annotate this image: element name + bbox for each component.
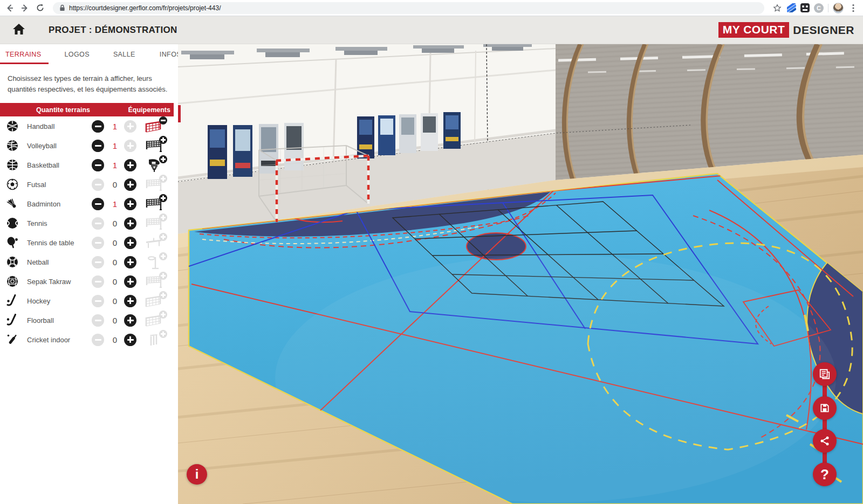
increase-tennis-de-table-button[interactable] bbox=[124, 237, 136, 249]
quantity-value: 0 bbox=[106, 296, 124, 306]
floorball-stick-icon bbox=[5, 313, 19, 327]
project-summary-button[interactable] bbox=[813, 362, 837, 386]
equipment-toggle-floorball[interactable] bbox=[145, 312, 166, 328]
sport-label: Tennis bbox=[27, 219, 92, 227]
court-3d-viewport[interactable]: ? i bbox=[178, 44, 863, 504]
forward-arrow-icon bbox=[20, 4, 29, 12]
tab-salle[interactable]: SALLE bbox=[113, 45, 135, 64]
sport-row-futsal: Futsal 0 bbox=[0, 175, 178, 194]
quantity-value: 0 bbox=[106, 277, 124, 286]
browser-profile-avatar[interactable] bbox=[833, 3, 844, 13]
share-icon bbox=[819, 436, 830, 446]
increase-tennis-button[interactable] bbox=[124, 217, 136, 230]
equipment-toggle-volleyball[interactable] bbox=[145, 137, 166, 154]
netball-ball-icon bbox=[5, 255, 19, 269]
decrease-floorball-button[interactable] bbox=[92, 314, 104, 327]
decrease-hockey-button[interactable] bbox=[92, 295, 104, 307]
quantity-value: 0 bbox=[106, 316, 124, 325]
tab-logos[interactable]: LOGOS bbox=[64, 45, 89, 64]
equipment-toggle-basketball[interactable] bbox=[145, 157, 166, 173]
home-icon bbox=[12, 23, 26, 36]
equipment-toggle-badminton[interactable] bbox=[145, 196, 166, 212]
toolbar-divider bbox=[828, 4, 828, 12]
add-equipment-badge-icon bbox=[159, 252, 167, 260]
page: https://courtdesigner.gerflor.com/fr/pro… bbox=[0, 0, 863, 504]
bookmark-star-button[interactable] bbox=[772, 3, 783, 13]
shuttlecock-icon bbox=[5, 197, 19, 211]
decrease-netball-button[interactable] bbox=[92, 256, 104, 268]
browser-reload-button[interactable] bbox=[35, 3, 45, 13]
equipment-toggle-netball[interactable] bbox=[145, 254, 166, 270]
increase-hockey-button[interactable] bbox=[124, 295, 136, 307]
tab-terrains[interactable]: TERRAINS bbox=[5, 45, 41, 64]
increase-cricket-indoor-button[interactable] bbox=[124, 334, 136, 346]
browser-toolbar: https://courtdesigner.gerflor.com/fr/pro… bbox=[0, 0, 863, 16]
quantity-value: 0 bbox=[106, 258, 124, 267]
decrease-handball-button[interactable] bbox=[92, 120, 104, 133]
increase-volleyball-button[interactable] bbox=[124, 140, 136, 152]
add-equipment-badge-icon bbox=[159, 330, 167, 338]
tab-bar: TERRAINS LOGOS SALLE INFOS bbox=[0, 44, 178, 64]
volleyball-ball-icon bbox=[5, 139, 19, 153]
sidebar: TERRAINS LOGOS SALLE INFOS Choisissez le… bbox=[0, 44, 178, 504]
increase-basketball-button[interactable] bbox=[124, 159, 136, 171]
equipment-toggle-tennis-de-table[interactable] bbox=[145, 234, 166, 251]
add-equipment-badge-icon bbox=[159, 175, 167, 183]
decrease-volleyball-button[interactable] bbox=[92, 140, 104, 152]
document-icon bbox=[819, 368, 831, 380]
decrease-futsal-button[interactable] bbox=[92, 178, 104, 191]
equipment-toggle-cricket-indoor[interactable] bbox=[145, 332, 166, 348]
increase-sepak-takraw-button[interactable] bbox=[124, 275, 136, 288]
equipment-toggle-hockey[interactable] bbox=[145, 293, 166, 309]
increase-badminton-button[interactable] bbox=[124, 198, 136, 210]
browser-forward-button[interactable] bbox=[19, 3, 30, 13]
sport-label: Cricket indoor bbox=[27, 336, 92, 344]
add-equipment-badge-icon bbox=[159, 213, 167, 222]
basketball-ball-icon bbox=[5, 158, 19, 172]
sports-list: Handball 1 Volleyball 1 Basketball 1 Fut… bbox=[0, 116, 178, 349]
address-bar[interactable]: https://courtdesigner.gerflor.com/fr/pro… bbox=[53, 2, 764, 14]
brand-logo: MY COURT DESIGNER bbox=[718, 22, 854, 38]
quantity-value: 1 bbox=[106, 122, 124, 131]
add-equipment-badge-icon bbox=[159, 155, 167, 163]
question-icon: ? bbox=[820, 466, 829, 483]
star-icon bbox=[773, 4, 782, 12]
share-button[interactable] bbox=[813, 429, 837, 453]
extension-icon[interactable] bbox=[800, 3, 810, 12]
sport-label: Hockey bbox=[27, 297, 92, 305]
decrease-tennis-button[interactable] bbox=[92, 217, 104, 230]
decrease-cricket-indoor-button[interactable] bbox=[92, 334, 104, 346]
sport-row-tennis: Tennis 0 bbox=[0, 213, 178, 233]
increase-floorball-button[interactable] bbox=[124, 314, 136, 327]
sport-row-floorball: Floorball 0 bbox=[0, 310, 178, 330]
decrease-tennis-de-table-button[interactable] bbox=[92, 237, 104, 249]
sport-row-tennis-de-table: Tennis de table 0 bbox=[0, 233, 178, 252]
decrease-basketball-button[interactable] bbox=[92, 159, 104, 171]
quantity-value: 0 bbox=[106, 219, 124, 228]
increase-futsal-button[interactable] bbox=[124, 178, 136, 191]
equipment-toggle-sepak-takraw[interactable] bbox=[145, 273, 166, 289]
browser-menu-button[interactable] bbox=[848, 3, 859, 13]
equipment-toggle-tennis[interactable] bbox=[145, 215, 166, 231]
extension-icon[interactable] bbox=[787, 3, 796, 12]
sport-label: Badminton bbox=[27, 200, 92, 208]
home-button[interactable] bbox=[12, 23, 26, 37]
browser-back-button[interactable] bbox=[4, 3, 15, 13]
column-quantity-label: Quantite terrains bbox=[36, 106, 90, 114]
table-header: Quantite terrains Équipements bbox=[0, 103, 174, 116]
tennis-ball-icon bbox=[5, 216, 19, 230]
increase-handball-button[interactable] bbox=[124, 120, 136, 133]
decrease-sepak-takraw-button[interactable] bbox=[92, 275, 104, 288]
handball-ball-icon bbox=[5, 119, 19, 133]
equipment-toggle-handball[interactable] bbox=[145, 118, 166, 134]
extension-icon[interactable]: C bbox=[814, 3, 824, 13]
info-button[interactable]: i bbox=[187, 464, 207, 485]
add-equipment-badge-icon bbox=[159, 194, 167, 202]
equipment-toggle-futsal[interactable] bbox=[145, 176, 166, 192]
save-button[interactable] bbox=[813, 396, 837, 420]
help-button[interactable]: ? bbox=[813, 462, 837, 486]
increase-netball-button[interactable] bbox=[124, 256, 136, 268]
decrease-badminton-button[interactable] bbox=[92, 198, 104, 210]
sport-label: Netball bbox=[27, 258, 92, 266]
add-equipment-badge-icon bbox=[159, 233, 167, 241]
